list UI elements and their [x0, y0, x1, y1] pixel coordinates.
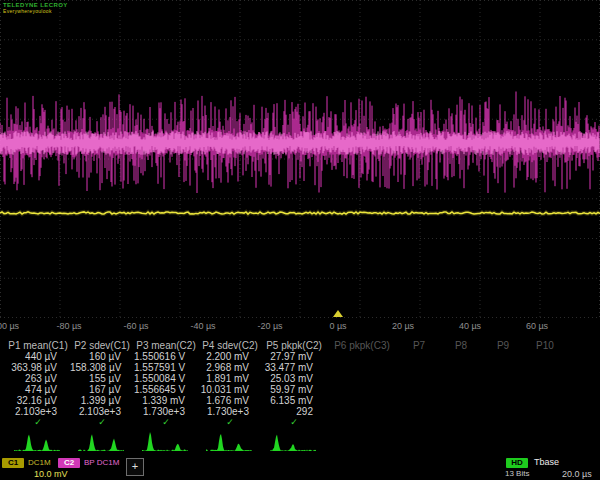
timebase-label[interactable]: Tbase — [534, 457, 559, 467]
time-tick-label: 40 µs — [448, 321, 492, 331]
measure-value: 1.730e+3 — [134, 406, 198, 417]
histicon-row — [0, 430, 600, 452]
measure-value: 1.339 mV — [134, 395, 198, 406]
hd-bits-label: 13 Bits — [505, 469, 529, 478]
measure-value: 1.556645 V — [134, 384, 198, 395]
histicon-p3[interactable] — [142, 430, 188, 452]
descriptor-bar: C1 DC1M C2 BP DC1M 10.0 mV + HD Tbase 13… — [0, 456, 600, 480]
graticule-and-traces — [0, 0, 600, 318]
measure-value: 363.98 µV — [6, 362, 70, 373]
status-check-icon: ✓ — [198, 417, 262, 428]
measure-value: 10.031 mV — [198, 384, 262, 395]
measure-value: 2.200 mV — [198, 351, 262, 362]
measure-value: 263 µV — [6, 373, 70, 384]
time-tick-label: -80 µs — [47, 321, 91, 331]
histicon-p5[interactable] — [270, 430, 316, 452]
measure-value: 1.550084 V — [134, 373, 198, 384]
measure-value: 33.477 mV — [262, 362, 326, 373]
measure-value: 1.399 µV — [70, 395, 134, 406]
time-axis: -100 µs -80 µs -60 µs -40 µs -20 µs 0 µs… — [0, 320, 600, 334]
waveform-display[interactable]: TELEDYNE LECROY Everywhereyoulook — [0, 0, 600, 318]
measure-value: 474 µV — [6, 384, 70, 395]
measure-value: 155 µV — [70, 373, 134, 384]
c2-coupling-label: BP DC1M — [84, 458, 119, 467]
measure-value: 1.557591 V — [134, 362, 198, 373]
c1-coupling-label: DC1M — [28, 458, 51, 467]
c1-volts-per-div: 10.0 mV — [34, 469, 68, 479]
param-header-p7[interactable]: P7 — [398, 340, 440, 351]
histicon-p2[interactable] — [78, 430, 124, 452]
measure-value: 160 µV — [70, 351, 134, 362]
time-tick-label: -40 µs — [181, 321, 225, 331]
brand-tagline: Everywhereyoulook — [3, 8, 68, 14]
status-check-icon: ✓ — [6, 417, 70, 428]
timebase-scale: 20.0 µs — [562, 469, 592, 479]
hd-mode-badge: HD — [506, 458, 528, 468]
histicon-p1[interactable] — [14, 430, 60, 452]
measurement-table: P1 mean(C1) P2 sdev(C1) P3 mean(C2) P4 s… — [0, 340, 600, 428]
param-header-p6[interactable]: P6 pkpk(C3) — [326, 340, 398, 351]
trigger-time-marker-icon[interactable] — [333, 310, 343, 317]
param-header-p9[interactable]: P9 — [482, 340, 524, 351]
measure-value: 27.97 mV — [262, 351, 326, 362]
channel-c2-chip[interactable]: C2 — [58, 458, 80, 468]
time-tick-label: -20 µs — [248, 321, 292, 331]
measure-value: 32.16 µV — [6, 395, 70, 406]
param-header-p2[interactable]: P2 sdev(C1) — [70, 340, 134, 351]
channel-c1-chip[interactable]: C1 — [2, 458, 24, 468]
measure-value: 158.308 µV — [70, 362, 134, 373]
measure-value: 2.968 mV — [198, 362, 262, 373]
measure-value: 1.550616 V — [134, 351, 198, 362]
measure-value: 440 µV — [6, 351, 70, 362]
param-header-p10[interactable]: P10 — [524, 340, 566, 351]
status-check-icon: ✓ — [134, 417, 198, 428]
measure-value: 59.97 mV — [262, 384, 326, 395]
status-check-icon: ✓ — [70, 417, 134, 428]
measure-value: 2.103e+3 — [6, 406, 70, 417]
measure-value: 292 — [262, 406, 326, 417]
measure-value: 1.730e+3 — [198, 406, 262, 417]
param-header-p1[interactable]: P1 mean(C1) — [6, 340, 70, 351]
time-tick-label: -100 µs — [0, 321, 26, 331]
measure-value: 6.135 mV — [262, 395, 326, 406]
add-trace-button[interactable]: + — [126, 458, 144, 476]
time-tick-label: 20 µs — [381, 321, 425, 331]
measure-value: 25.03 mV — [262, 373, 326, 384]
time-tick-label: -60 µs — [114, 321, 158, 331]
measure-value: 2.103e+3 — [70, 406, 134, 417]
measure-value: 1.891 mV — [198, 373, 262, 384]
time-tick-label: 0 µs — [316, 321, 360, 331]
param-header-p8[interactable]: P8 — [440, 340, 482, 351]
histicon-p4[interactable] — [206, 430, 252, 452]
brand-label: TELEDYNE LECROY Everywhereyoulook — [3, 2, 68, 14]
param-header-p4[interactable]: P4 sdev(C2) — [198, 340, 262, 351]
measure-value: 167 µV — [70, 384, 134, 395]
time-tick-label: 60 µs — [515, 321, 559, 331]
oscilloscope-screen: TELEDYNE LECROY Everywhereyoulook -100 µ… — [0, 0, 600, 480]
status-check-icon: ✓ — [262, 417, 326, 428]
param-header-p5[interactable]: P5 pkpk(C2) — [262, 340, 326, 351]
param-header-p3[interactable]: P3 mean(C2) — [134, 340, 198, 351]
measure-value: 1.676 mV — [198, 395, 262, 406]
